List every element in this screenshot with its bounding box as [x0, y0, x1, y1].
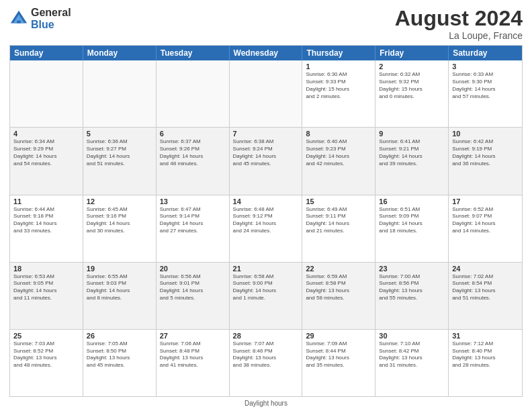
calendar-cell-28: 28Sunrise: 7:07 AM Sunset: 8:46 PM Dayli… [230, 330, 303, 396]
calendar-cell-16: 16Sunrise: 6:51 AM Sunset: 9:09 PM Dayli… [375, 195, 449, 262]
day-info: Sunrise: 6:47 AM Sunset: 9:14 PM Dayligh… [160, 206, 226, 235]
calendar-cell-21: 21Sunrise: 6:58 AM Sunset: 9:00 PM Dayli… [230, 263, 303, 329]
calendar-cell-17: 17Sunrise: 6:52 AM Sunset: 9:07 PM Dayli… [449, 195, 522, 262]
day-header-friday: Friday [375, 46, 449, 60]
calendar-cell-18: 18Sunrise: 6:53 AM Sunset: 9:05 PM Dayli… [10, 263, 83, 329]
month-title: August 2024 [395, 7, 523, 30]
day-info: Sunrise: 7:07 AM Sunset: 8:46 PM Dayligh… [233, 340, 299, 369]
day-number: 31 [452, 332, 519, 340]
calendar-row-2: 11Sunrise: 6:44 AM Sunset: 9:18 PM Dayli… [10, 195, 522, 263]
day-info: Sunrise: 6:32 AM Sunset: 9:32 PM Dayligh… [379, 71, 445, 100]
calendar-cell-4: 4Sunrise: 6:34 AM Sunset: 9:29 PM Daylig… [10, 128, 83, 194]
calendar-cell-22: 22Sunrise: 6:59 AM Sunset: 8:58 PM Dayli… [302, 263, 375, 329]
title-area: August 2024 La Loupe, France [395, 7, 523, 41]
svg-rect-2 [17, 20, 21, 23]
day-number: 16 [379, 197, 445, 205]
day-info: Sunrise: 6:58 AM Sunset: 9:00 PM Dayligh… [233, 273, 299, 302]
day-info: Sunrise: 6:40 AM Sunset: 9:23 PM Dayligh… [306, 138, 371, 167]
day-info: Sunrise: 6:44 AM Sunset: 9:18 PM Dayligh… [13, 206, 79, 235]
calendar-cell-2: 2Sunrise: 6:32 AM Sunset: 9:32 PM Daylig… [375, 60, 449, 127]
day-number: 28 [233, 332, 299, 340]
calendar-cell-26: 26Sunrise: 7:05 AM Sunset: 8:50 PM Dayli… [83, 330, 157, 396]
calendar-cell-8: 8Sunrise: 6:40 AM Sunset: 9:23 PM Daylig… [302, 128, 375, 194]
calendar-cell-10: 10Sunrise: 6:42 AM Sunset: 9:19 PM Dayli… [449, 128, 522, 194]
day-info: Sunrise: 7:03 AM Sunset: 8:52 PM Dayligh… [13, 340, 79, 369]
calendar-cell-empty-3 [230, 60, 303, 127]
day-info: Sunrise: 6:51 AM Sunset: 9:09 PM Dayligh… [379, 206, 445, 235]
calendar-cell-23: 23Sunrise: 7:00 AM Sunset: 8:56 PM Dayli… [375, 263, 449, 329]
day-info: Sunrise: 6:37 AM Sunset: 9:26 PM Dayligh… [160, 138, 226, 167]
day-number: 11 [13, 197, 79, 205]
day-info: Sunrise: 6:34 AM Sunset: 9:29 PM Dayligh… [13, 138, 79, 167]
day-number: 2 [379, 62, 445, 71]
day-info: Sunrise: 7:02 AM Sunset: 8:54 PM Dayligh… [452, 273, 519, 302]
day-info: Sunrise: 6:49 AM Sunset: 9:11 PM Dayligh… [306, 206, 371, 235]
day-number: 4 [13, 130, 79, 138]
day-number: 27 [160, 332, 226, 340]
calendar-cell-12: 12Sunrise: 6:45 AM Sunset: 9:16 PM Dayli… [83, 195, 157, 262]
calendar-cell-27: 27Sunrise: 7:06 AM Sunset: 8:48 PM Dayli… [157, 330, 230, 396]
day-number: 14 [233, 197, 299, 205]
day-info: Sunrise: 6:55 AM Sunset: 9:03 PM Dayligh… [87, 273, 152, 302]
day-number: 6 [160, 130, 226, 138]
day-number: 3 [452, 62, 519, 71]
day-number: 30 [379, 332, 445, 340]
calendar: SundayMondayTuesdayWednesdayThursdayFrid… [9, 45, 523, 397]
day-number: 15 [306, 197, 371, 205]
day-header-sunday: Sunday [10, 46, 83, 60]
calendar-row-1: 4Sunrise: 6:34 AM Sunset: 9:29 PM Daylig… [10, 128, 522, 195]
day-info: Sunrise: 7:05 AM Sunset: 8:50 PM Dayligh… [87, 340, 152, 369]
day-number: 23 [379, 265, 445, 273]
day-number: 18 [13, 265, 79, 273]
day-number: 12 [87, 197, 152, 205]
day-number: 26 [87, 332, 152, 340]
day-info: Sunrise: 7:10 AM Sunset: 8:42 PM Dayligh… [379, 340, 445, 369]
day-info: Sunrise: 6:53 AM Sunset: 9:05 PM Dayligh… [13, 273, 79, 302]
calendar-cell-15: 15Sunrise: 6:49 AM Sunset: 9:11 PM Dayli… [302, 195, 375, 262]
header: General Blue August 2024 La Loupe, Franc… [9, 7, 523, 41]
day-number: 22 [306, 265, 371, 273]
calendar-cell-11: 11Sunrise: 6:44 AM Sunset: 9:18 PM Dayli… [10, 195, 83, 262]
day-number: 25 [13, 332, 79, 340]
day-number: 5 [87, 130, 152, 138]
calendar-cell-6: 6Sunrise: 6:37 AM Sunset: 9:26 PM Daylig… [157, 128, 230, 194]
calendar-cell-1: 1Sunrise: 6:30 AM Sunset: 9:33 PM Daylig… [302, 60, 375, 127]
day-info: Sunrise: 6:38 AM Sunset: 9:24 PM Dayligh… [233, 138, 299, 167]
day-number: 9 [379, 130, 445, 138]
day-number: 8 [306, 130, 371, 138]
calendar-cell-3: 3Sunrise: 6:33 AM Sunset: 9:30 PM Daylig… [449, 60, 522, 127]
day-info: Sunrise: 6:48 AM Sunset: 9:12 PM Dayligh… [233, 206, 299, 235]
day-number: 1 [306, 62, 371, 71]
calendar-body: 1Sunrise: 6:30 AM Sunset: 9:33 PM Daylig… [10, 60, 522, 396]
day-info: Sunrise: 7:12 AM Sunset: 8:40 PM Dayligh… [452, 340, 519, 369]
day-info: Sunrise: 6:42 AM Sunset: 9:19 PM Dayligh… [452, 138, 519, 167]
day-number: 20 [160, 265, 226, 273]
footer: Daylight hours [9, 400, 523, 407]
day-info: Sunrise: 6:36 AM Sunset: 9:27 PM Dayligh… [87, 138, 152, 167]
location: La Loupe, France [395, 30, 523, 41]
calendar-cell-13: 13Sunrise: 6:47 AM Sunset: 9:14 PM Dayli… [157, 195, 230, 262]
day-header-tuesday: Tuesday [157, 46, 230, 60]
calendar-cell-14: 14Sunrise: 6:48 AM Sunset: 9:12 PM Dayli… [230, 195, 303, 262]
calendar-row-3: 18Sunrise: 6:53 AM Sunset: 9:05 PM Dayli… [10, 263, 522, 330]
day-info: Sunrise: 6:59 AM Sunset: 8:58 PM Dayligh… [306, 273, 371, 302]
day-info: Sunrise: 6:56 AM Sunset: 9:01 PM Dayligh… [160, 273, 226, 302]
calendar-cell-9: 9Sunrise: 6:41 AM Sunset: 9:21 PM Daylig… [375, 128, 449, 194]
day-header-wednesday: Wednesday [230, 46, 303, 60]
logo-text: General Blue [31, 7, 71, 30]
calendar-cell-empty-2 [157, 60, 230, 127]
calendar-row-0: 1Sunrise: 6:30 AM Sunset: 9:33 PM Daylig… [10, 60, 522, 128]
logo-blue-text: Blue [31, 19, 71, 31]
logo-general-text: General [31, 7, 71, 19]
day-info: Sunrise: 6:41 AM Sunset: 9:21 PM Dayligh… [379, 138, 445, 167]
calendar-cell-20: 20Sunrise: 6:56 AM Sunset: 9:01 PM Dayli… [157, 263, 230, 329]
calendar-cell-empty-0 [10, 60, 83, 127]
day-number: 19 [87, 265, 152, 273]
calendar-cell-19: 19Sunrise: 6:55 AM Sunset: 9:03 PM Dayli… [83, 263, 157, 329]
day-info: Sunrise: 6:52 AM Sunset: 9:07 PM Dayligh… [452, 206, 519, 235]
calendar-cell-25: 25Sunrise: 7:03 AM Sunset: 8:52 PM Dayli… [10, 330, 83, 396]
day-header-thursday: Thursday [302, 46, 375, 60]
page: General Blue August 2024 La Loupe, Franc… [0, 0, 532, 411]
calendar-cell-5: 5Sunrise: 6:36 AM Sunset: 9:27 PM Daylig… [83, 128, 157, 194]
calendar-cell-29: 29Sunrise: 7:09 AM Sunset: 8:44 PM Dayli… [302, 330, 375, 396]
